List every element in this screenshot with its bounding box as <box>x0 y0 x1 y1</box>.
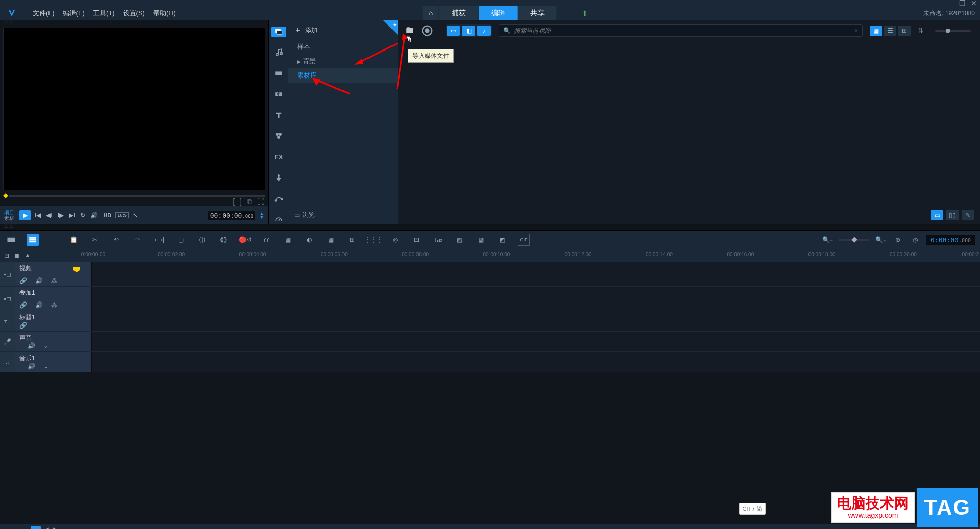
track-head-voice[interactable]: 声音 🔊⌄ <box>15 332 92 351</box>
lib-panel-btn-3[interactable]: ✎ <box>962 210 974 220</box>
track-fx-icon[interactable]: ⁂ <box>51 301 57 309</box>
category-graphics[interactable] <box>271 131 286 141</box>
mark-out-button[interactable]: ] <box>240 197 242 206</box>
view-grid-button[interactable]: ⊞ <box>898 26 911 36</box>
step-back-button[interactable]: ◀I <box>45 211 53 220</box>
tool-chroma[interactable]: ◐ <box>303 234 315 246</box>
sort-button[interactable]: ⇅ <box>914 24 928 37</box>
menu-edit[interactable]: 编辑(E) <box>59 7 89 20</box>
zoom-slider[interactable] <box>839 239 869 241</box>
track-head-overlay[interactable]: 叠加1 🔗🔊⁂ <box>15 287 92 311</box>
timeline-ruler[interactable]: 0:00:00.00 00:00:02.00 00:00:04.00 00:00… <box>77 249 980 262</box>
track-link-icon[interactable]: 🔗 <box>19 301 27 309</box>
tool-split-screen[interactable]: ⊞ <box>346 234 358 246</box>
tree-item-background[interactable]: ▶背景 <box>288 54 398 68</box>
tree-item-library[interactable]: 素材库 <box>288 68 398 83</box>
add-marker-button[interactable]: ▲ <box>24 251 31 259</box>
zoom-fit-button[interactable]: ⊕ <box>892 234 904 246</box>
track-options-1[interactable]: ⊟ <box>4 252 9 259</box>
search-box[interactable]: 🔍 × <box>499 24 863 37</box>
tool-cut[interactable]: ✂ <box>89 234 101 246</box>
category-transition[interactable]: AB <box>271 89 286 99</box>
view-list-button[interactable]: ☰ <box>884 26 896 36</box>
redo-button[interactable]: ↷ <box>132 234 144 246</box>
pin-flag-icon[interactable] <box>383 20 398 35</box>
tool-audio-1[interactable]: ▦ <box>282 234 294 246</box>
storyboard-view-button[interactable] <box>5 234 17 246</box>
add-folder-button[interactable]: ＋ 添加 <box>288 20 398 40</box>
zoom-in-button[interactable]: 🔍₊ <box>874 234 887 246</box>
menu-file[interactable]: 文件(F) <box>29 7 59 20</box>
menu-help[interactable]: 帮助(H) <box>149 7 180 20</box>
tree-item-sample[interactable]: 样本 <box>288 40 398 54</box>
goto-end-button[interactable]: ▶I <box>68 211 76 220</box>
tool-snapshot[interactable]: ⊡ <box>410 234 423 246</box>
tool-multicam[interactable]: ▦ <box>325 234 337 246</box>
category-color[interactable] <box>271 172 286 183</box>
tab-share[interactable]: 共享 <box>518 6 557 21</box>
tool-motion-track[interactable]: ◎ <box>389 234 401 246</box>
step-forward-button[interactable]: I▶ <box>57 211 65 220</box>
track-body-video[interactable] <box>92 262 980 286</box>
timecode-spinner[interactable]: ▲▼ <box>259 212 264 219</box>
timeline-view-button[interactable] <box>27 234 39 246</box>
tool-audio-mix[interactable]: ⋮⋮⋮ <box>368 234 380 246</box>
expand-preview-button[interactable]: ⛶ <box>257 197 264 206</box>
filter-audio-button[interactable]: ♪ <box>477 26 491 36</box>
loop-button[interactable]: ↻ <box>79 211 86 220</box>
filter-video-button[interactable]: ▭ <box>447 26 460 36</box>
hd-toggle[interactable]: HD <box>102 211 112 219</box>
upload-icon[interactable]: ⬆ <box>582 9 588 17</box>
browse-button[interactable]: ▭ 浏览 <box>294 211 315 219</box>
tool-trim[interactable]: ⟷| <box>153 234 165 246</box>
category-media[interactable] <box>271 27 286 37</box>
menu-tools[interactable]: 工具(T) <box>89 7 119 20</box>
splitter-handle[interactable]: ⠿⠿⠿⠿ <box>0 224 980 230</box>
track-mute-icon[interactable]: 🔊 <box>28 363 35 370</box>
preview-scrubber[interactable] <box>9 195 265 197</box>
track-head-title[interactable]: 标题1 🔗 <box>15 311 92 331</box>
track-mute-icon[interactable]: 🔊 <box>35 277 43 284</box>
preview-mode-toggle[interactable]: 项目 素材 <box>4 210 14 221</box>
tool-mask[interactable]: ▩ <box>475 234 487 246</box>
track-body-voice[interactable] <box>92 332 980 351</box>
tab-home[interactable]: ⌂ <box>423 6 439 21</box>
tool-subtitle[interactable]: ▨ <box>453 234 465 246</box>
category-fx[interactable]: FX <box>271 152 286 162</box>
clear-search-button[interactable]: × <box>854 27 858 34</box>
tool-color-grading[interactable]: ◩ <box>496 234 508 246</box>
tool-pan-zoom[interactable]: ⟨|⟩ <box>196 234 208 246</box>
undo-button[interactable]: ↶ <box>110 234 122 246</box>
category-title[interactable] <box>271 110 286 120</box>
category-video[interactable] <box>271 68 286 79</box>
tab-edit[interactable]: 编辑 <box>479 6 518 21</box>
track-nav-prev[interactable]: ◀ <box>45 526 49 530</box>
menu-settings[interactable]: 设置(S) <box>119 7 149 20</box>
track-link-icon[interactable]: 🔗 <box>19 322 27 329</box>
fullscreen-button[interactable]: ⤡ <box>132 211 139 220</box>
track-expand-icon[interactable]: ⌄ <box>43 342 48 349</box>
capture-button[interactable] <box>420 24 434 37</box>
category-speed[interactable] <box>271 214 286 224</box>
zoom-out-button[interactable]: 🔍₋ <box>821 234 834 246</box>
tool-crop[interactable]: ▢ <box>175 234 187 246</box>
tool-speed[interactable]: ⟪⟫ <box>217 234 230 246</box>
filter-photo-button[interactable]: ◧ <box>462 26 475 36</box>
view-thumbnail-button[interactable]: ▦ <box>870 26 882 36</box>
search-input[interactable] <box>514 27 851 34</box>
category-audio[interactable] <box>271 47 286 58</box>
category-motion[interactable] <box>271 193 286 204</box>
track-body-overlay[interactable] <box>92 287 980 311</box>
track-head-video[interactable]: 视频 🔗🔊⁂ <box>15 262 92 286</box>
zoom-clock-button[interactable]: ◷ <box>909 234 921 246</box>
track-options-2[interactable]: ≣ <box>14 252 19 259</box>
track-mute-icon[interactable]: 🔊 <box>35 301 43 309</box>
track-fx-icon[interactable]: ⁂ <box>51 277 57 284</box>
tool-3d-title[interactable]: T₃ᴅ <box>432 234 444 246</box>
tool-stabilize[interactable]: ⫯⫯ <box>260 234 273 246</box>
track-nav-slot[interactable] <box>31 526 41 529</box>
track-mute-icon[interactable]: 🔊 <box>28 342 35 349</box>
lib-panel-btn-2[interactable]: ▯▯ <box>946 210 959 220</box>
play-button[interactable]: ▶ <box>19 210 31 220</box>
tool-reverse[interactable]: 🔴↺ <box>239 234 251 246</box>
